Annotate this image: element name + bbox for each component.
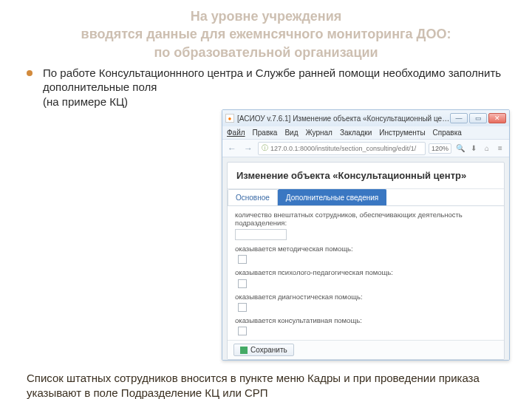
psych-checkbox[interactable] xyxy=(238,279,247,288)
home-icon[interactable]: ⌂ xyxy=(481,143,493,154)
field-label-consult: оказывается консультативная помощь: xyxy=(235,316,497,324)
slide-title-line3: по образовательной организации xyxy=(154,45,378,60)
browser-window: ● [АСИОУ v.7.6.1] Изменение объекта «Кон… xyxy=(222,109,510,361)
menu-icon[interactable]: ≡ xyxy=(494,143,506,154)
menubar: Файл Правка Вид Журнал Закладки Инструме… xyxy=(222,126,509,140)
tabs: Основное Дополнительные сведения xyxy=(228,189,504,206)
info-icon: ⓘ xyxy=(262,143,268,153)
method-checkbox[interactable] xyxy=(238,255,247,264)
menu-tools[interactable]: Инструменты xyxy=(379,129,425,137)
form-card: Изменение объекта «Консультационный цент… xyxy=(227,162,505,360)
close-button[interactable]: ✕ xyxy=(488,113,506,123)
download-icon[interactable]: ⬇ xyxy=(468,143,480,154)
menu-file[interactable]: Файл xyxy=(227,129,245,137)
save-button[interactable]: Сохранить xyxy=(233,344,294,356)
diag-checkbox[interactable] xyxy=(238,303,247,312)
window-titlebar: ● [АСИОУ v.7.6.1] Изменение объекта «Кон… xyxy=(222,110,509,126)
consult-checkbox[interactable] xyxy=(238,327,247,335)
menu-bookmarks[interactable]: Закладки xyxy=(340,129,372,137)
back-icon[interactable]: ← xyxy=(225,142,239,155)
address-bar: ← → ⓘ 127.0.0.1:8000/institute/section_c… xyxy=(222,140,509,157)
field-label-method: оказывается методическая помощь: xyxy=(235,245,497,253)
body-paragraph: По работе Консультационнного центра и Сл… xyxy=(43,66,501,94)
menu-edit[interactable]: Правка xyxy=(253,129,278,137)
form-body: количество внештатных сотрудников, обесп… xyxy=(228,206,504,340)
zoom-indicator[interactable]: 120% xyxy=(429,143,451,154)
page-area: Изменение объекта «Консультационный цент… xyxy=(222,157,509,360)
favicon-icon: ● xyxy=(225,114,234,123)
save-button-label: Сохранить xyxy=(250,346,287,354)
forward-icon[interactable]: → xyxy=(242,142,255,155)
menu-history[interactable]: Журнал xyxy=(305,129,332,137)
bullet-icon xyxy=(27,70,33,76)
minimize-button[interactable]: — xyxy=(450,113,468,123)
menu-help[interactable]: Справка xyxy=(433,129,462,137)
maximize-button[interactable]: ▭ xyxy=(469,113,487,123)
slide-title-line1: На уровне учреждения xyxy=(191,9,342,24)
tab-main[interactable]: Основное xyxy=(228,189,278,205)
disk-icon xyxy=(240,347,248,354)
field-label-count: количество внештатных сотрудников, обесп… xyxy=(235,211,497,228)
menu-view[interactable]: Вид xyxy=(284,129,298,137)
footer-paragraph: Список штатных сотрудников вносится в пу… xyxy=(0,371,532,399)
search-icon[interactable]: 🔍 xyxy=(454,143,466,154)
tab-additional[interactable]: Дополнительные сведения xyxy=(278,189,386,205)
page-heading: Изменение объекта «Консультационный цент… xyxy=(228,163,504,189)
body-paragraph-2: (на примере КЦ) xyxy=(43,95,128,108)
slide-title-line2: вводятся данные для ежемнсячного монитор… xyxy=(81,27,451,41)
url-text: 127.0.0.1:8000/institute/section_consult… xyxy=(270,145,416,152)
window-title: [АСИОУ v.7.6.1] Изменение объекта «Консу… xyxy=(237,115,450,123)
save-bar: Сохранить xyxy=(228,340,504,359)
url-field[interactable]: ⓘ 127.0.0.1:8000/institute/section_consu… xyxy=(258,142,426,155)
field-label-diag: оказывается диагностическая помощь: xyxy=(235,293,497,301)
count-input[interactable] xyxy=(235,229,287,240)
field-label-psych: оказывается психолого-педагогическая пом… xyxy=(235,268,497,276)
